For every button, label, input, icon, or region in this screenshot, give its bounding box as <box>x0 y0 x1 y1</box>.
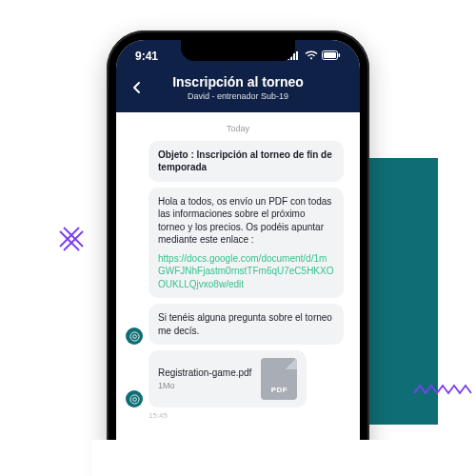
svg-rect-7 <box>296 51 298 60</box>
file-type-label: PDF <box>271 386 288 400</box>
page-title: Inscripción al torneo <box>149 74 327 90</box>
svg-point-12 <box>129 332 138 341</box>
wifi-icon <box>305 50 318 63</box>
decorative-zigzag <box>413 381 472 398</box>
svg-point-13 <box>132 334 136 338</box>
date-separator: Today <box>126 120 350 141</box>
sender-avatar[interactable] <box>126 390 143 407</box>
phone-screen: 9:41 Inscripció <box>116 40 360 476</box>
message-link[interactable]: https://docs.google.com/document/d/1mGWF… <box>158 252 334 291</box>
message-row: Si tenéis alguna pregunta sobre el torne… <box>126 304 350 345</box>
message-timestamp: 15:45 <box>149 411 350 420</box>
svg-rect-11 <box>339 53 341 57</box>
svg-point-15 <box>132 397 136 401</box>
svg-rect-6 <box>293 53 295 60</box>
file-size: 1Mo <box>158 381 251 390</box>
pdf-icon: PDF <box>261 358 297 400</box>
file-attachment[interactable]: Registration-game.pdf 1Mo PDF <box>149 350 307 407</box>
phone-frame: 9:41 Inscripció <box>107 30 369 476</box>
svg-rect-10 <box>324 52 336 58</box>
battery-icon <box>322 50 341 63</box>
svg-point-8 <box>310 57 312 59</box>
back-button[interactable] <box>126 76 149 99</box>
status-icons <box>288 50 341 63</box>
message-row: Hola a todos, os envío un PDF con todas … <box>126 188 350 299</box>
bottom-fade <box>91 440 444 476</box>
decorative-cross <box>55 221 89 255</box>
message-row: Objeto : Inscripción al torneo de fin de… <box>126 141 350 182</box>
file-info: Registration-game.pdf 1Mo <box>158 367 251 390</box>
chat-body: Today Objeto : Inscripción al torneo de … <box>116 112 360 430</box>
status-time: 9:41 <box>135 50 158 63</box>
message-row: Registration-game.pdf 1Mo PDF <box>126 350 350 407</box>
message-followup: Si tenéis alguna pregunta sobre el torne… <box>149 304 344 345</box>
title-block: Inscripción al torneo David - entrenador… <box>149 74 350 101</box>
phone-notch <box>181 40 295 61</box>
svg-point-14 <box>129 395 138 404</box>
message-body: Hola a todos, os envío un PDF con todas … <box>149 188 344 299</box>
file-name: Registration-game.pdf <box>158 367 251 379</box>
sender-avatar[interactable] <box>126 327 143 345</box>
message-text: Hola a todos, os envío un PDF con todas … <box>158 196 331 246</box>
page-subtitle: David - entrenador Sub-19 <box>149 91 327 101</box>
message-subject: Objeto : Inscripción al torneo de fin de… <box>149 141 344 182</box>
